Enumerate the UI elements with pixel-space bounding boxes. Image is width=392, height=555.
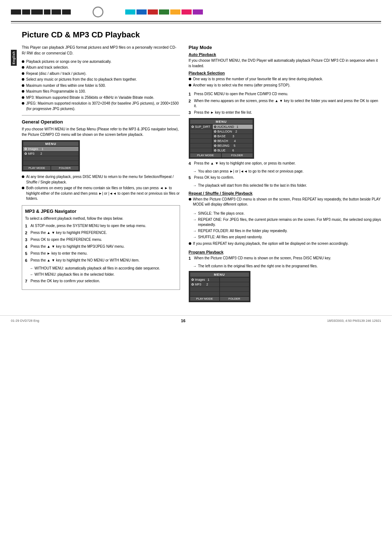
menu-cell: [23, 161, 78, 165]
menu-cell: ✿ BEIJING 5: [213, 143, 253, 148]
menu-cell: ✿ BALLOON 2: [213, 129, 253, 134]
repeat-shuffle-header: Repeat / Shuffle / Single Playback: [189, 191, 381, 195]
bullet-dot: [22, 175, 24, 178]
bullet-item: Another way is to select via the menu (a…: [189, 83, 381, 88]
bar-4: [44, 9, 50, 15]
menu-row: ✿ BASE 3: [190, 134, 253, 138]
intro-text: This Player can playback JPEG format pic…: [22, 45, 180, 56]
right-column: Play Mode Auto Playback If you choose WI…: [189, 45, 381, 304]
menu-row: [190, 287, 249, 291]
bullet-item: Playback pictures or songs one by one au…: [22, 59, 180, 65]
section-divider: [22, 115, 180, 116]
main-content: Picture CD & MP3 CD Playback This Player…: [22, 28, 381, 304]
bullet-item: If you press REPEAT key during playback,…: [189, 241, 381, 247]
bullet-item: Both columns on every page of the menu c…: [22, 186, 180, 202]
menu-cell: ✿ Images 1: [23, 147, 78, 151]
bullet-dot: [22, 66, 24, 69]
bar-2: [22, 9, 30, 15]
step-item: 1When the Picture CD/MP3 CD menu is show…: [189, 256, 381, 262]
arrow-item: → SINGLE: The file plays once.: [193, 211, 381, 216]
repeat-shuffle-bullets: When the Picture CD/MP3 CD menu is shown…: [189, 197, 381, 207]
bar-yellow: [170, 9, 180, 15]
bar-5: [52, 9, 61, 15]
bullet-item: One way is to press the number of your f…: [189, 77, 381, 82]
bullet-dot: [22, 187, 24, 189]
menu-cell: ✿ BLUE 6: [213, 148, 253, 153]
arrow-item: → WITH MENU: playback files in the selec…: [29, 272, 177, 277]
auto-playback-header: Auto Playback: [189, 52, 381, 57]
menu-cell: [220, 287, 249, 291]
mp3-nav-final-step: 7Press the OK key to confirm your select…: [25, 279, 177, 284]
footer-page-number: 16: [181, 319, 185, 323]
step-item: 4Press the ▲ ▼ key to highlight one opti…: [189, 161, 381, 167]
top-line-thick: [11, 21, 381, 22]
menu-row: ✿ BALLOON 2: [190, 129, 253, 134]
mp3-navigator-intro: To select a different playback method, f…: [25, 216, 177, 222]
menu-cell: ✿ MP3 2: [190, 282, 219, 287]
bullet-dot: [22, 84, 24, 87]
feature-bullets: Playback pictures or songs one by one au…: [22, 59, 180, 112]
step-item: 5Press OK key to confirm.: [189, 175, 381, 181]
footer-right: 18/03/2003, 4:50 PM3139 246 12921: [327, 319, 381, 323]
bullet-dot: [189, 78, 191, 80]
menu-cell: ✿ Images 1: [190, 278, 219, 282]
menu-footer-cell: PLAY MODE: [190, 297, 219, 301]
menu-title: MENU: [190, 272, 249, 277]
playback-selection-bullets: One way is to press the number of your f…: [189, 77, 381, 88]
menu-cell: [220, 282, 249, 287]
menu-row: ✿ BEACH 4: [190, 139, 253, 143]
menu-row: [23, 156, 78, 161]
arrow-item: → The left column is the original files …: [193, 264, 381, 269]
menu-row: [23, 161, 78, 165]
bullet-item: JPEG: Maximum supported resolution is 30…: [22, 101, 180, 112]
playback-step-5: 5Press OK key to confirm.: [189, 175, 381, 181]
step-item: 3Press the ► key to enter the file list.: [189, 110, 381, 116]
step-item: 4Press the ▲ ▼ key to highlight the MP3/…: [25, 244, 177, 250]
menu-screenshot-small: MENU ✿ Images 1 ✿ MP3 2 PLAY: [22, 140, 80, 171]
step-item: 6Press the ▲ ▼ key to highlight the NO M…: [25, 258, 177, 264]
step-item: 1Press DISC MENU to open the Picture CD/…: [189, 92, 381, 97]
program-playback-steps: 1When the Picture CD/MP3 CD menu is show…: [189, 256, 381, 262]
page-footer: 01-29 DVD728 Eng 16 18/03/2003, 4:50 PM3…: [0, 315, 392, 326]
top-header: [0, 0, 392, 21]
menu-row: [190, 292, 249, 296]
bar-6: [62, 9, 71, 15]
menu-cell: [220, 292, 249, 296]
mp3-navigator-steps: 1At STOP mode, press the SYSTEM MENU key…: [25, 223, 177, 264]
menu-footer: PLAY MODE FOLDER: [23, 166, 78, 170]
mp3-navigator-box: MP3 & JPEG Navigator To select a differe…: [22, 205, 180, 290]
step-item: 3Press OK to open the PREFERENCE menu.: [25, 237, 177, 243]
page-content: English Picture CD & MP3 CD Playback Thi…: [0, 24, 392, 312]
arrow-item: → The playback will start from this sele…: [193, 183, 381, 188]
left-column: This Player can playback JPEG format pic…: [22, 45, 180, 304]
bullet-item: Album and track selection.: [22, 65, 180, 70]
bullet-dot: [22, 78, 24, 81]
general-operation-header: General Operation: [22, 119, 180, 125]
menu-cell: ✿ AUCKLAND 1: [213, 125, 253, 129]
bullet-dot: [22, 102, 24, 105]
sidebar-label: English: [11, 50, 17, 66]
arrow-item: → REPEAT ONE: For JPEG files, the curren…: [193, 217, 381, 227]
left-bars: [11, 9, 71, 15]
bullet-dot: [22, 60, 24, 63]
program-menu-screenshot: MENU ✿ Images 1 ✿ MP3 2: [189, 271, 250, 302]
bullet-item: Maximum number of files within one folde…: [22, 83, 180, 89]
auto-playback-text: If you choose WITHOUT MENU, the DVD Play…: [189, 58, 381, 69]
bullet-dot: [22, 90, 24, 93]
menu-cell: ✿ MP3 2: [23, 151, 78, 156]
menu-cell: ✿ BASE 3: [213, 134, 253, 138]
menu-row: ✿ Images 1: [190, 278, 249, 282]
bullet-dot: [22, 96, 24, 99]
center-circle: [93, 7, 103, 17]
menu-footer: PLAY MODE FOLDER: [190, 297, 249, 301]
bullet-dot: [189, 84, 191, 86]
menu-cell: [190, 143, 212, 148]
menu-row: ✿ SUP_DIRT ✿ AUCKLAND 1: [190, 125, 253, 129]
arrow-item: → REPEAT FOLDER: All files in the folder…: [193, 228, 381, 234]
playback-steps: 1Press DISC MENU to open the Picture CD/…: [189, 92, 381, 116]
footer-left: 01-29 DVD728 Eng: [11, 319, 39, 323]
play-mode-header: Play Mode: [189, 45, 381, 50]
menu-row: ✿ BEIJING 5: [190, 143, 253, 148]
menu-screenshot-large: MENU ✿ SUP_DIRT ✿ AUCKLAND 1 ✿ BALLOON 2…: [189, 118, 254, 159]
bullet-dot: [22, 72, 24, 75]
